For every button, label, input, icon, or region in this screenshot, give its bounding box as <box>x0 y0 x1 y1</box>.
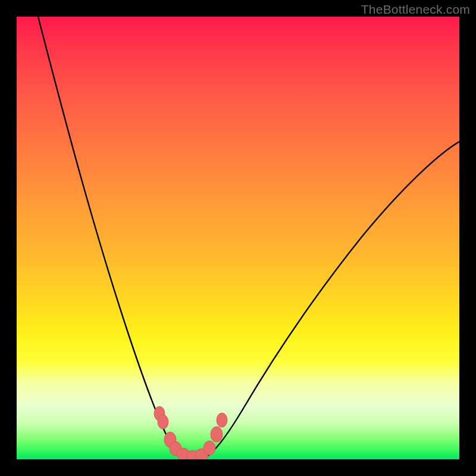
valley-markers <box>154 406 227 459</box>
curve-left-branch <box>38 17 186 458</box>
svg-point-4 <box>177 448 190 459</box>
svg-point-7 <box>203 441 215 455</box>
chart-plot-area <box>17 17 459 459</box>
svg-point-1 <box>158 415 168 429</box>
curve-right-branch <box>204 142 459 458</box>
chart-curve <box>17 17 459 459</box>
svg-point-5 <box>186 450 199 459</box>
svg-point-3 <box>170 441 181 456</box>
watermark-label: TheBottleneck.com <box>361 2 470 17</box>
chart-frame: TheBottleneck.com <box>0 0 476 476</box>
svg-point-2 <box>164 432 176 447</box>
svg-point-9 <box>217 413 227 427</box>
svg-point-0 <box>154 406 165 421</box>
svg-point-8 <box>211 427 223 442</box>
svg-point-6 <box>195 449 208 459</box>
